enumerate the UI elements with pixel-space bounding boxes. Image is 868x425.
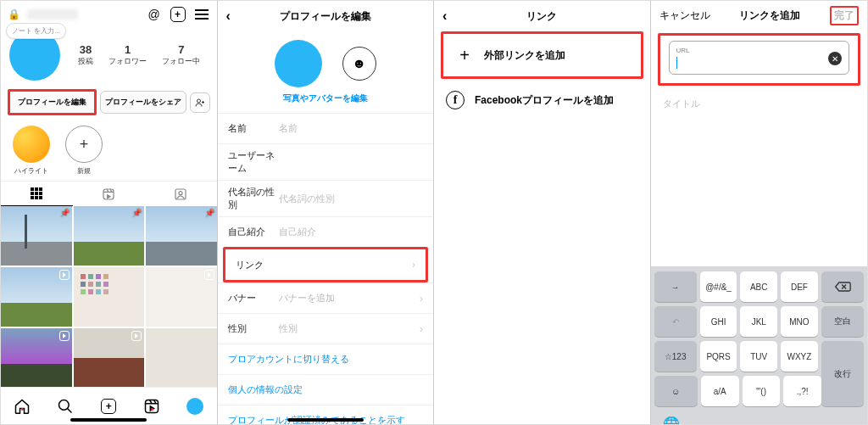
done-button[interactable]: 完了 bbox=[834, 9, 854, 21]
keyboard: → @#/&_ ABC DEF ↶ GHI JKL MNO 空白 ☆123 PQ… bbox=[651, 266, 868, 424]
tab-tagged[interactable] bbox=[145, 182, 217, 206]
key-return[interactable]: 改行 bbox=[821, 341, 864, 406]
chevron-right-icon: › bbox=[412, 259, 415, 271]
field-bio[interactable]: 自己紹介自己紹介 bbox=[218, 216, 434, 247]
key[interactable]: GHI bbox=[700, 306, 737, 337]
post-thumb[interactable]: 📌 bbox=[146, 206, 217, 266]
avatar-option-icon[interactable]: ☻ bbox=[342, 47, 376, 81]
key[interactable]: MNO bbox=[781, 306, 818, 337]
svg-point-0 bbox=[197, 99, 200, 103]
pin-icon: 📌 bbox=[132, 209, 142, 217]
home-indicator bbox=[287, 418, 364, 422]
header-title: リンクを追加 bbox=[739, 8, 800, 23]
key[interactable]: PQRS bbox=[700, 341, 737, 372]
key[interactable]: .,?! bbox=[783, 376, 821, 406]
globe-icon[interactable]: 🌐 bbox=[663, 416, 680, 424]
personal-info-link[interactable]: 個人の情報の設定 bbox=[218, 374, 434, 405]
key[interactable]: DEF bbox=[781, 271, 818, 302]
nav-reels-icon[interactable] bbox=[142, 397, 161, 416]
pin-icon: 📌 bbox=[60, 209, 70, 217]
key[interactable]: a/A bbox=[701, 376, 739, 406]
header-title: プロフィールを編集 bbox=[280, 9, 371, 24]
key[interactable]: TUV bbox=[740, 341, 777, 372]
header-title: リンク bbox=[526, 9, 557, 24]
field-banner[interactable]: バナーバナーを追加› bbox=[218, 282, 434, 313]
svg-rect-5 bbox=[146, 400, 159, 412]
field-pronouns[interactable]: 代名詞の性別代名詞の性別 bbox=[218, 180, 434, 216]
edit-photo-link[interactable]: 写真やアバターを編集 bbox=[218, 92, 434, 113]
lock-icon: 🔒 bbox=[8, 8, 20, 20]
post-thumb[interactable] bbox=[74, 328, 145, 388]
menu-icon[interactable] bbox=[193, 6, 210, 23]
note-bubble[interactable]: ノート を入力... bbox=[6, 23, 66, 39]
key-next[interactable]: → bbox=[654, 271, 697, 302]
edit-profile-button[interactable]: プロフィールを編集 bbox=[8, 89, 97, 115]
facebook-icon: f bbox=[446, 91, 465, 109]
plus-icon: + bbox=[455, 46, 474, 64]
pin-icon: 📌 bbox=[205, 209, 214, 217]
back-button[interactable]: ‹ bbox=[442, 8, 447, 24]
cancel-button[interactable]: キャンセル bbox=[659, 8, 710, 23]
field-links[interactable]: リンク› bbox=[225, 249, 426, 280]
switch-pro-link[interactable]: プロアカウントに切り替える bbox=[218, 344, 434, 374]
tab-grid[interactable] bbox=[1, 182, 73, 206]
tab-reels[interactable] bbox=[73, 182, 145, 206]
share-profile-button[interactable]: プロフィールをシェア bbox=[100, 91, 186, 114]
field-username[interactable]: ユーザーネーム bbox=[218, 143, 434, 180]
reels-badge-icon bbox=[59, 270, 70, 280]
title-input[interactable]: タイトル bbox=[651, 89, 868, 119]
nav-search-icon[interactable] bbox=[56, 397, 75, 416]
username-blur bbox=[27, 9, 78, 20]
discover-people-button[interactable] bbox=[190, 92, 210, 113]
stat-following[interactable]: 7フォロー中 bbox=[162, 43, 200, 67]
posts-grid: 📌 📌 📌 bbox=[1, 206, 217, 388]
key[interactable]: JKL bbox=[740, 306, 777, 337]
reels-badge-icon bbox=[59, 331, 70, 341]
key[interactable]: WXYZ bbox=[781, 341, 818, 372]
svg-point-4 bbox=[59, 400, 70, 410]
chevron-right-icon: › bbox=[420, 293, 423, 305]
reels-badge-icon bbox=[204, 270, 214, 280]
text-cursor bbox=[676, 57, 677, 69]
post-thumb[interactable] bbox=[74, 267, 145, 327]
nav-create-icon[interactable]: + bbox=[99, 397, 118, 416]
key-emoji[interactable]: ☺ bbox=[654, 376, 698, 406]
nav-profile-icon[interactable] bbox=[186, 397, 204, 416]
key-mode[interactable]: ☆123 bbox=[654, 341, 697, 372]
post-thumb[interactable]: 📌 bbox=[74, 206, 145, 266]
new-highlight-button[interactable]: +新規 bbox=[65, 126, 103, 176]
stat-followers[interactable]: 1フォロワー bbox=[108, 43, 147, 67]
add-external-link[interactable]: + 外部リンクを追加 bbox=[443, 34, 641, 76]
home-indicator bbox=[70, 418, 147, 422]
url-input[interactable]: URL ✕ bbox=[669, 41, 850, 75]
stat-posts[interactable]: 38投稿 bbox=[78, 43, 93, 67]
key-backspace[interactable] bbox=[821, 271, 864, 302]
post-thumb[interactable] bbox=[1, 328, 72, 388]
threads-icon[interactable] bbox=[146, 6, 163, 23]
reels-badge-icon bbox=[131, 331, 142, 341]
key[interactable]: @#/&_ bbox=[700, 271, 737, 302]
edit-avatar[interactable] bbox=[275, 40, 322, 87]
field-gender[interactable]: 性別性別› bbox=[218, 313, 434, 344]
key-space[interactable]: 空白 bbox=[821, 306, 864, 337]
back-button[interactable]: ‹ bbox=[226, 8, 231, 24]
key[interactable]: ABC bbox=[740, 271, 777, 302]
post-thumb[interactable]: 📌 bbox=[1, 206, 72, 266]
create-icon[interactable]: + bbox=[170, 6, 186, 23]
post-thumb[interactable] bbox=[146, 328, 217, 388]
add-facebook-link[interactable]: f Facebookプロフィールを追加 bbox=[434, 79, 650, 121]
post-thumb[interactable] bbox=[146, 267, 217, 327]
highlight-item[interactable]: ハイライト bbox=[13, 126, 50, 176]
nav-home-icon[interactable] bbox=[13, 397, 31, 416]
svg-rect-2 bbox=[175, 189, 186, 199]
field-name[interactable]: 名前名前 bbox=[218, 113, 434, 143]
key-undo[interactable]: ↶ bbox=[654, 306, 697, 337]
key[interactable]: '"() bbox=[743, 376, 781, 406]
svg-point-3 bbox=[179, 191, 182, 194]
post-thumb[interactable] bbox=[1, 267, 72, 327]
chevron-right-icon: › bbox=[420, 323, 423, 335]
clear-icon[interactable]: ✕ bbox=[828, 52, 842, 65]
